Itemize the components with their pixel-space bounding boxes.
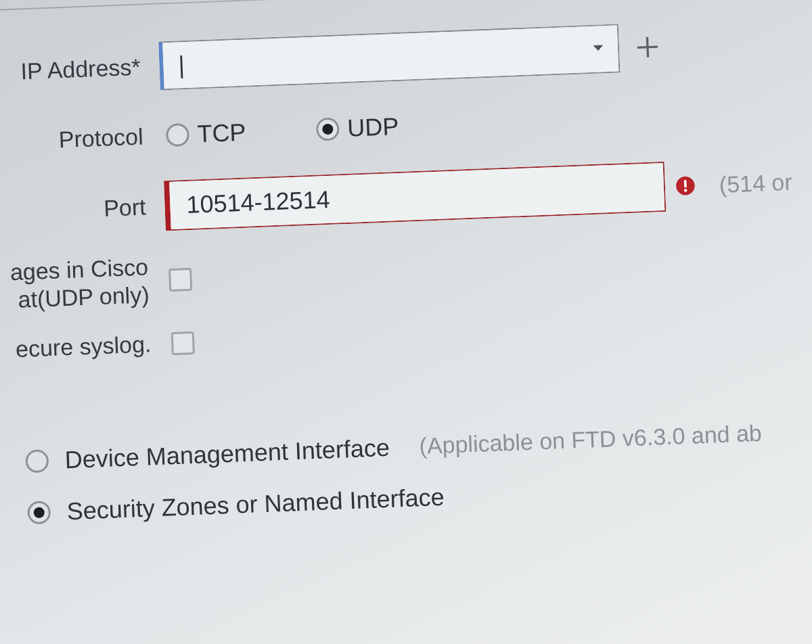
radio-icon [27,501,51,524]
port-label: Port [0,192,165,229]
secure-syslog-label: ecure syslog. [0,329,171,366]
add-button[interactable] [628,28,667,67]
protocol-radio-udp[interactable]: UDP [316,112,400,144]
ip-address-label: IP Address* [0,52,160,89]
chevron-down-icon [591,40,606,58]
ip-address-row: IP Address* | [0,14,812,99]
cisco-format-label: ages in Cisco at(UDP only) [0,252,168,317]
port-hint: (514 or [719,168,792,198]
radio-icon [166,123,189,147]
svg-rect-1 [684,180,687,187]
interface-radio-security-zones[interactable]: Security Zones or Named Interface [27,465,812,527]
ip-address-value: | [178,53,181,77]
device-mgmt-hint: (Applicable on FTD v6.3.0 and ab [419,420,763,459]
section-title: Server [0,0,812,3]
interface-selection: Device Management Interface (Applicable … [25,414,812,527]
protocol-udp-label: UDP [346,112,399,143]
security-zones-label: Security Zones or Named Interface [66,482,445,525]
cisco-format-checkbox[interactable] [168,268,192,292]
divider [0,0,812,14]
port-input[interactable] [164,162,666,231]
device-mgmt-label: Device Management Interface [64,433,390,474]
radio-icon [316,117,340,141]
ip-address-dropdown[interactable]: | [158,24,620,90]
protocol-radio-tcp[interactable]: TCP [166,118,247,150]
interface-radio-device-mgmt[interactable]: Device Management Interface (Applicable … [25,414,812,476]
error-icon [674,175,696,197]
protocol-tcp-label: TCP [197,118,247,149]
secure-syslog-checkbox[interactable] [171,331,195,354]
radio-icon [25,449,49,473]
port-row: Port (514 or [0,154,812,240]
protocol-row: Protocol TCP UDP [0,85,812,168]
protocol-label: Protocol [0,122,162,158]
